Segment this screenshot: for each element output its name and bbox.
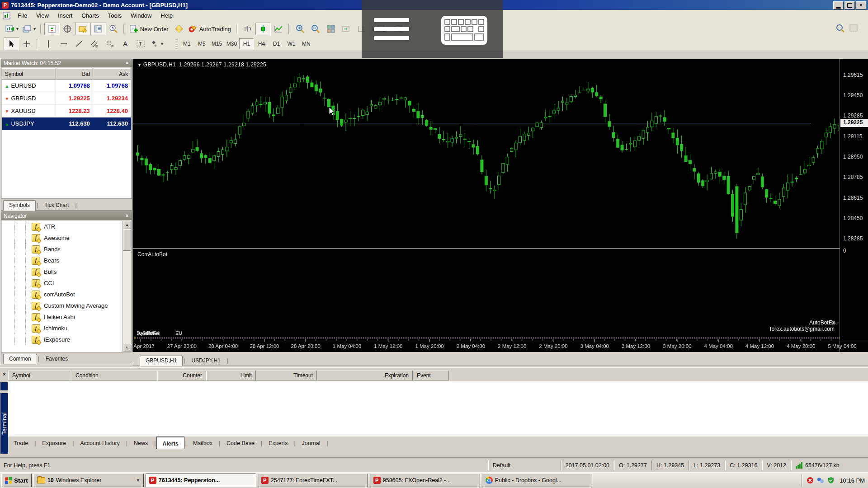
timeframe-h4-button[interactable]: H4: [254, 38, 269, 49]
timeframe-h1-button[interactable]: H1: [239, 38, 254, 49]
market-watch-toggle-button[interactable]: [44, 23, 60, 35]
nav-tab-favorites[interactable]: Favorites: [40, 354, 73, 364]
timeframe-m15-button[interactable]: M15: [209, 38, 224, 49]
channel-tool-button[interactable]: E: [87, 38, 102, 50]
close-button[interactable]: ×: [856, 1, 866, 9]
help-pointer-icon[interactable]: [849, 23, 859, 33]
new-order-button[interactable]: New Order: [127, 23, 171, 35]
terminal-tab-trade[interactable]: Trade: [8, 438, 33, 448]
timeframe-m5-button[interactable]: M5: [194, 38, 209, 49]
terminal-tab-account-history[interactable]: Account History: [75, 438, 125, 448]
menu-insert[interactable]: Insert: [53, 11, 77, 20]
navigator-toggle-button[interactable]: [75, 23, 90, 35]
text-tool-button[interactable]: A: [118, 38, 133, 50]
navigator-close-icon[interactable]: ×: [124, 213, 130, 219]
taskbar-button-public-dropbox-googl-[interactable]: Public - Dropbox - Googl...: [482, 474, 592, 487]
market-watch-close-icon[interactable]: ×: [124, 60, 130, 66]
terminal-table-body[interactable]: [8, 381, 868, 436]
chart-bars-button[interactable]: [240, 23, 255, 35]
zoom-out-button[interactable]: [308, 23, 323, 35]
timeframe-m30-button[interactable]: M30: [224, 38, 239, 49]
cursor-tool-button[interactable]: [4, 38, 19, 50]
timeframe-d1-button[interactable]: D1: [269, 38, 284, 49]
nav-item-bulls[interactable]: fBulls: [2, 266, 123, 277]
shapes-tool-button[interactable]: ▼: [148, 38, 165, 50]
text-label-tool-button[interactable]: T: [133, 38, 148, 50]
nav-item-corrautobot[interactable]: fcorrAutoBot: [2, 289, 123, 300]
trendline-tool-button[interactable]: [71, 38, 87, 50]
nav-item-custom-moving-average[interactable]: fCustom Moving Average: [2, 300, 123, 311]
scroll-up-icon[interactable]: ▲: [123, 221, 131, 229]
crosshair-tool-button[interactable]: [19, 38, 34, 50]
terminal-tab-alerts[interactable]: Alerts: [156, 436, 184, 449]
terminal-col-counter[interactable]: Counter: [157, 371, 206, 380]
terminal-col-expiration[interactable]: Expiration: [317, 371, 413, 380]
terminal-col-timeout[interactable]: Timeout: [256, 371, 317, 380]
mw-tab-tick-chart[interactable]: Tick Chart: [39, 201, 74, 210]
taskbar-button-7613445-pepperston-[interactable]: P7613445: Pepperston...: [146, 474, 256, 487]
chart-line-button[interactable]: [271, 23, 286, 35]
nav-item-ichimoku[interactable]: fIchimoku: [2, 323, 123, 334]
mw-col-symbol[interactable]: Symbol: [2, 69, 56, 80]
mw-row-xauusd[interactable]: ▼XAUUSD1228.231228.40: [2, 105, 131, 117]
chevron-down-icon[interactable]: ▼: [160, 42, 164, 46]
mw-col-ask[interactable]: Ask: [93, 69, 131, 80]
nav-item-iexposure[interactable]: fiExposure: [2, 334, 123, 345]
nav-item-bears[interactable]: fBears: [2, 255, 123, 266]
scrollbar-thumb[interactable]: [123, 229, 131, 251]
menu-file[interactable]: File: [13, 11, 32, 20]
start-button[interactable]: Start: [1, 474, 32, 487]
nav-item-atr[interactable]: fATR: [2, 221, 123, 232]
new-chart-button[interactable]: ▼: [4, 23, 21, 35]
menu-charts[interactable]: Charts: [77, 11, 103, 20]
nav-item-awesome[interactable]: fAwesome: [2, 232, 123, 244]
price-axis[interactable]: 1.296151.294501.292851.291151.289501.287…: [840, 59, 868, 352]
terminal-tab-news[interactable]: News: [128, 438, 153, 448]
taskbar-button-2547177-forextimefxt-[interactable]: P2547177: ForexTimeFXT...: [258, 474, 368, 487]
find-icon[interactable]: [835, 23, 845, 33]
taskbar-button-windows-explorer[interactable]: 10Windows Explorer▼: [33, 474, 144, 487]
menu-view[interactable]: View: [32, 11, 53, 20]
timeframe-m1-button[interactable]: M1: [179, 38, 194, 49]
time-axis[interactable]: 27 Apr 201727 Apr 20:0028 Apr 04:0028 Ap…: [133, 340, 868, 352]
nav-tab-common[interactable]: Common: [3, 354, 37, 364]
chevron-down-icon[interactable]: ▼: [136, 478, 140, 483]
tile-windows-button[interactable]: [323, 23, 339, 35]
chart-candles-button[interactable]: [255, 23, 271, 35]
terminal-tab-experts[interactable]: Experts: [263, 438, 293, 448]
fibonacci-tool-button[interactable]: F: [102, 38, 118, 50]
data-window-toggle-button[interactable]: [60, 23, 75, 35]
terminal-tab-journal[interactable]: Journal: [297, 438, 326, 448]
terminal-tab-mailbox[interactable]: Mailbox: [188, 438, 218, 448]
timeframe-w1-button[interactable]: W1: [284, 38, 299, 49]
nav-item-bands[interactable]: fBands: [2, 244, 123, 255]
terminal-tab-code-base[interactable]: Code Base: [221, 438, 260, 448]
autotrading-button[interactable]: AutoTrading: [187, 23, 234, 35]
mw-row-eurusd[interactable]: ▲EURUSD1.097681.09768: [2, 80, 131, 92]
zoom-in-button[interactable]: [292, 23, 308, 35]
strategy-tester-button[interactable]: [106, 23, 121, 35]
pane-separator[interactable]: [133, 248, 840, 249]
messenger-icon[interactable]: [817, 477, 824, 484]
mw-col-bid[interactable]: Bid: [56, 69, 93, 80]
chart-tab-usdjpy-h1[interactable]: USDJPY,H1: [186, 356, 226, 366]
timeframe-mn-button[interactable]: MN: [299, 38, 314, 49]
status-profile[interactable]: Default: [488, 460, 561, 470]
chart-tab-gbpusd-h1[interactable]: GBPUSD,H1: [140, 356, 183, 366]
vline-tool-button[interactable]: [41, 38, 56, 50]
mw-tab-symbols[interactable]: Symbols: [3, 200, 36, 211]
terminal-col-event[interactable]: Event: [413, 371, 449, 380]
restore-button[interactable]: [844, 1, 855, 9]
chevron-down-icon[interactable]: ▼: [15, 27, 19, 31]
terminal-tab-exposure[interactable]: Exposure: [37, 438, 71, 448]
taskbar-button-958605-fxopen-real2-[interactable]: P958605: FXOpen-Real2 -...: [370, 474, 480, 487]
auto-scroll-button[interactable]: [339, 23, 354, 35]
hline-tool-button[interactable]: [56, 38, 71, 50]
menu-window[interactable]: Window: [126, 11, 156, 20]
metaeditor-button[interactable]: [171, 23, 187, 35]
mw-row-usdjpy[interactable]: ▲USDJPY112.630112.630: [2, 117, 131, 130]
chart-window[interactable]: ▼ GBPUSD,H1 1.29266 1.29267 1.29218 1.29…: [132, 59, 868, 352]
menu-help[interactable]: Help: [156, 11, 177, 20]
terminal-close-icon[interactable]: ×: [1, 371, 8, 379]
menu-tools[interactable]: Tools: [104, 11, 126, 20]
